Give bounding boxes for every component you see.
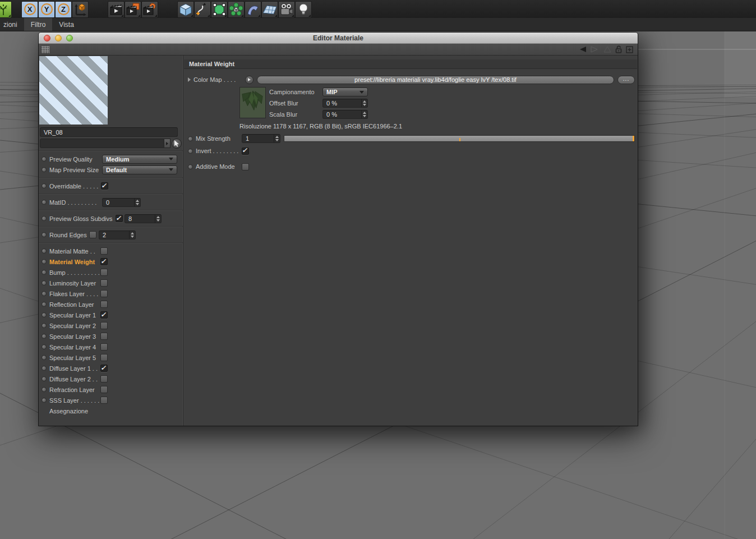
sampling-select[interactable]: MIP	[322, 87, 368, 96]
param-dot[interactable]	[42, 376, 47, 381]
channel-checkbox[interactable]	[100, 386, 108, 393]
preview-gloss-subdivs-input[interactable]: 8	[125, 214, 162, 223]
channel-row[interactable]: Specular Layer 2	[39, 320, 183, 331]
shader-menu-button[interactable]	[245, 76, 253, 84]
camera-button[interactable]	[278, 1, 295, 18]
window-titlebar[interactable]: Editor Materiale	[39, 33, 638, 44]
preview-quality-select[interactable]: Medium	[102, 155, 177, 164]
y-axis-lock-button[interactable]: Y	[38, 1, 55, 18]
channel-row[interactable]: Diffuse Layer 2 . .	[39, 374, 183, 384]
channel-checkbox[interactable]	[100, 301, 108, 308]
offset-blur-input[interactable]: 0 %	[322, 99, 368, 108]
param-dot[interactable]	[42, 387, 47, 392]
channel-checkbox[interactable]	[100, 397, 108, 404]
channel-checkbox[interactable]	[100, 258, 108, 265]
mix-strength-input[interactable]: 1	[242, 134, 280, 143]
channel-row[interactable]: Material Weight	[39, 256, 183, 267]
channel-checkbox[interactable]	[100, 279, 108, 287]
channel-row[interactable]: Specular Layer 1	[39, 310, 183, 320]
param-dot[interactable]	[42, 183, 47, 188]
preview-gloss-subdivs-checkbox[interactable]	[116, 215, 123, 222]
spline-pen-button[interactable]	[194, 1, 211, 18]
channel-row[interactable]: Luminosity Layer	[39, 278, 183, 288]
param-dot[interactable]	[188, 149, 193, 154]
spinner-icon[interactable]	[129, 231, 135, 239]
channel-row[interactable]: Diffuse Layer 1 . .	[39, 363, 183, 374]
generators-button[interactable]	[228, 1, 245, 18]
menu-item-partial[interactable]: zioni	[0, 18, 24, 31]
assignment-tab[interactable]: Assegnazione	[39, 406, 183, 416]
render-view-button[interactable]	[108, 1, 125, 18]
round-edges-checkbox[interactable]	[89, 231, 96, 238]
param-dot[interactable]	[42, 302, 47, 307]
channel-row[interactable]: Material Matte . .	[39, 246, 183, 256]
channel-checkbox[interactable]	[100, 311, 108, 319]
forward-arrow-icon[interactable]	[591, 46, 600, 53]
param-dot[interactable]	[42, 167, 47, 172]
param-dot[interactable]	[42, 291, 47, 296]
param-dot[interactable]	[42, 398, 47, 403]
expander-triangle-icon[interactable]	[188, 77, 191, 82]
channel-row[interactable]: Specular Layer 4	[39, 342, 183, 352]
up-arrow-icon[interactable]	[603, 46, 611, 53]
environment-button[interactable]	[261, 1, 278, 18]
render-settings-button[interactable]	[141, 1, 158, 18]
param-dot[interactable]	[42, 216, 47, 221]
param-dot[interactable]	[188, 136, 193, 141]
param-dot[interactable]	[42, 156, 47, 162]
scale-blur-input[interactable]: 0 %	[322, 110, 368, 119]
z-axis-lock-button[interactable]: Z	[55, 1, 72, 18]
spinner-icon[interactable]	[361, 99, 367, 107]
tree-icon[interactable]	[0, 1, 12, 18]
deformer-button[interactable]	[245, 1, 261, 18]
channel-checkbox[interactable]	[100, 365, 108, 372]
material-name-field[interactable]: VR_08	[40, 127, 178, 137]
channel-checkbox[interactable]	[100, 343, 108, 351]
map-preview-size-select[interactable]: Default	[102, 165, 177, 174]
param-dot[interactable]	[42, 323, 47, 328]
drag-grip-icon[interactable]	[42, 46, 49, 53]
x-axis-lock-button[interactable]: X	[21, 1, 38, 18]
menu-item-vista[interactable]: Vista	[52, 18, 80, 31]
channel-checkbox[interactable]	[100, 247, 108, 255]
spinner-icon[interactable]	[274, 135, 280, 142]
add-panel-icon[interactable]	[626, 46, 633, 53]
channel-row[interactable]: SSS Layer . . . . . .	[39, 395, 183, 406]
material-preview-swatch[interactable]	[39, 56, 108, 125]
round-edges-input[interactable]: 2	[99, 231, 136, 239]
texture-thumbnail[interactable]	[239, 87, 266, 118]
param-dot[interactable]	[42, 366, 47, 371]
param-dot[interactable]	[42, 334, 47, 339]
coordinate-system-button[interactable]	[72, 1, 89, 18]
param-dot[interactable]	[42, 344, 47, 349]
channel-checkbox[interactable]	[100, 354, 108, 361]
additive-mode-checkbox[interactable]	[242, 163, 249, 171]
mix-strength-slider[interactable]	[284, 135, 635, 142]
param-dot[interactable]	[42, 312, 47, 317]
browse-button[interactable]: ...	[617, 76, 635, 84]
channel-row[interactable]: Specular Layer 5	[39, 352, 183, 363]
channel-row[interactable]: Flakes Layer . . . .	[39, 288, 183, 299]
cube-primitive-button[interactable]	[177, 1, 194, 18]
lock-icon[interactable]	[615, 45, 622, 53]
subdivision-surface-button[interactable]	[211, 1, 228, 18]
param-dot[interactable]	[188, 164, 193, 169]
channel-row[interactable]: Refraction Layer	[39, 384, 183, 395]
channel-checkbox[interactable]	[100, 290, 108, 297]
param-dot[interactable]	[42, 259, 47, 264]
channel-checkbox[interactable]	[100, 375, 108, 383]
overridable-checkbox[interactable]	[101, 182, 108, 190]
param-dot[interactable]	[42, 200, 47, 205]
spinner-icon[interactable]	[134, 199, 140, 206]
channel-row[interactable]: Reflection Layer	[39, 299, 183, 310]
channel-row[interactable]: Specular Layer 3	[39, 331, 183, 342]
node-editor-button[interactable]	[172, 139, 182, 149]
param-dot[interactable]	[42, 280, 47, 285]
field-flyout-icon[interactable]	[164, 139, 170, 148]
spinner-icon[interactable]	[361, 110, 367, 118]
param-dot[interactable]	[42, 270, 47, 275]
slider-handle[interactable]	[633, 136, 634, 141]
back-arrow-icon[interactable]	[578, 46, 587, 53]
channel-checkbox[interactable]	[100, 333, 108, 340]
param-dot[interactable]	[42, 232, 47, 237]
